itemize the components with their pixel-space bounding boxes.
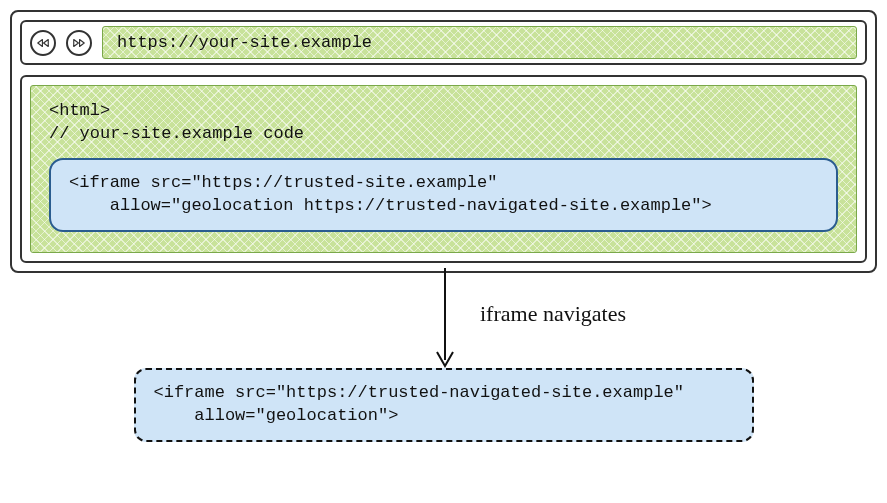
page-code-text: <html> // your-site.example code [49,100,838,146]
browser-toolbar: https://your-site.example [20,20,867,65]
back-button[interactable] [30,30,56,56]
address-bar[interactable]: https://your-site.example [102,26,857,59]
iframe-result-box: <iframe src="https://trusted-navigated-s… [134,368,754,442]
fast-forward-icon [72,36,86,50]
forward-button[interactable] [66,30,92,56]
navigation-arrow-area: iframe navigates [10,273,877,368]
rewind-icon [36,36,50,50]
page-code-panel: <html> // your-site.example code <iframe… [30,85,857,253]
iframe-initial-box: <iframe src="https://trusted-site.exampl… [49,158,838,232]
browser-window: https://your-site.example <html> // your… [10,10,877,273]
arrow-down-icon [430,268,460,373]
arrow-label: iframe navigates [480,301,626,327]
page-content-frame: <html> // your-site.example code <iframe… [20,75,867,263]
